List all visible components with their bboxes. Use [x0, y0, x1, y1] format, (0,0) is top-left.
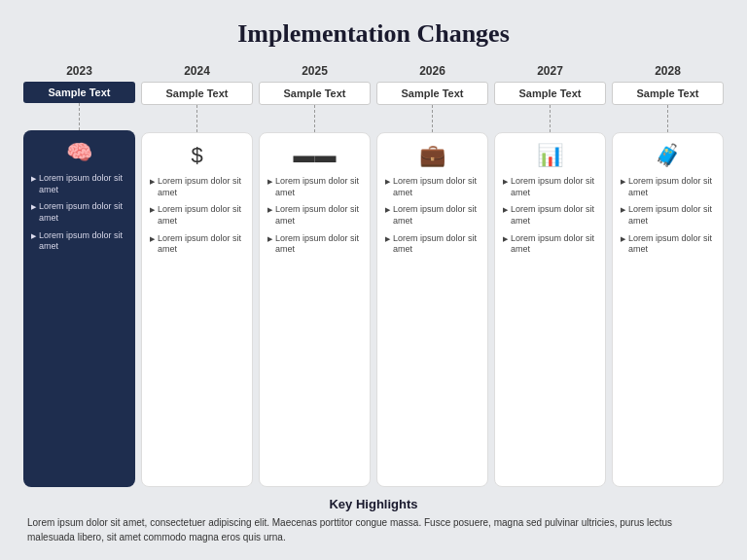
highlights-text: Lorem ipsum dolor sit amet, consectetuer…	[27, 515, 720, 544]
year-col-2026: 2026Sample Text💼Lorem ipsum dolor sit am…	[376, 64, 488, 487]
year-badge-2026: Sample Text	[376, 82, 488, 105]
connector-2024	[196, 105, 197, 132]
card-item-2028-1: Lorem ipsum dolor sit amet	[621, 204, 715, 227]
year-badge-2023: Sample Text	[23, 82, 135, 103]
year-badge-2024: Sample Text	[141, 82, 253, 105]
card-item-2028-0: Lorem ipsum dolor sit amet	[621, 176, 715, 198]
card-item-2027-0: Lorem ipsum dolor sit amet	[503, 176, 597, 198]
year-label-2027: 2027	[537, 64, 563, 78]
year-col-2027: 2027Sample Text📊Lorem ipsum dolor sit am…	[494, 64, 606, 487]
year-label-2025: 2025	[302, 64, 328, 78]
card-item-2024-1: Lorem ipsum dolor sit amet	[150, 204, 244, 227]
year-label-2024: 2024	[184, 64, 210, 78]
highlights-section: Key Highlights Lorem ipsum dolor sit ame…	[23, 497, 724, 544]
card-item-2023-0: Lorem ipsum dolor sit amet	[31, 173, 127, 195]
card-icon-2025: ▬▬	[294, 143, 337, 168]
card-icon-2023: 🧠	[66, 140, 92, 165]
card-icon-2028: 🧳	[655, 143, 681, 168]
card-item-2024-0: Lorem ipsum dolor sit amet	[150, 176, 244, 198]
card-2023: 🧠Lorem ipsum dolor sit ametLorem ipsum d…	[23, 130, 135, 487]
timeline: 2023Sample Text🧠Lorem ipsum dolor sit am…	[23, 64, 724, 487]
card-icon-2024: $	[191, 143, 202, 168]
year-label-2026: 2026	[419, 64, 445, 78]
slide-title: Implementation Changes	[23, 19, 724, 49]
card-item-2026-2: Lorem ipsum dolor sit amet	[385, 233, 480, 256]
card-item-2027-1: Lorem ipsum dolor sit amet	[503, 204, 597, 227]
card-2027: 📊Lorem ipsum dolor sit ametLorem ipsum d…	[494, 132, 606, 487]
connector-2025	[314, 105, 315, 132]
card-icon-2027: 📊	[537, 143, 563, 168]
card-item-2023-2: Lorem ipsum dolor sit amet	[31, 230, 127, 253]
connector-2023	[79, 103, 80, 130]
year-label-2028: 2028	[655, 64, 681, 78]
year-col-2023: 2023Sample Text🧠Lorem ipsum dolor sit am…	[23, 64, 135, 487]
card-item-2025-1: Lorem ipsum dolor sit amet	[267, 204, 362, 227]
card-item-2028-2: Lorem ipsum dolor sit amet	[621, 233, 715, 256]
year-col-2028: 2028Sample Text🧳Lorem ipsum dolor sit am…	[612, 64, 724, 487]
highlights-title: Key Highlights	[27, 497, 720, 511]
card-item-2023-1: Lorem ipsum dolor sit amet	[31, 201, 127, 224]
card-2025: ▬▬Lorem ipsum dolor sit ametLorem ipsum …	[259, 132, 371, 487]
card-item-2025-0: Lorem ipsum dolor sit amet	[267, 176, 362, 198]
card-icon-2026: 💼	[419, 143, 445, 168]
year-col-2024: 2024Sample Text$Lorem ipsum dolor sit am…	[141, 64, 253, 487]
year-col-2025: 2025Sample Text▬▬Lorem ipsum dolor sit a…	[259, 64, 371, 487]
year-badge-2028: Sample Text	[612, 82, 724, 105]
card-item-2026-1: Lorem ipsum dolor sit amet	[385, 204, 480, 227]
card-item-2027-2: Lorem ipsum dolor sit amet	[503, 233, 597, 256]
card-2024: $Lorem ipsum dolor sit ametLorem ipsum d…	[141, 132, 253, 487]
card-2028: 🧳Lorem ipsum dolor sit ametLorem ipsum d…	[612, 132, 724, 487]
connector-2028	[667, 105, 668, 132]
connector-2026	[432, 105, 433, 132]
card-item-2025-2: Lorem ipsum dolor sit amet	[267, 233, 362, 256]
card-item-2026-0: Lorem ipsum dolor sit amet	[385, 176, 480, 198]
card-2026: 💼Lorem ipsum dolor sit ametLorem ipsum d…	[376, 132, 488, 487]
card-item-2024-2: Lorem ipsum dolor sit amet	[150, 233, 244, 256]
year-badge-2025: Sample Text	[259, 82, 371, 105]
year-badge-2027: Sample Text	[494, 82, 606, 105]
year-label-2023: 2023	[66, 64, 92, 78]
connector-2027	[550, 105, 551, 132]
slide: Implementation Changes 2023Sample Text🧠L…	[0, 0, 747, 560]
